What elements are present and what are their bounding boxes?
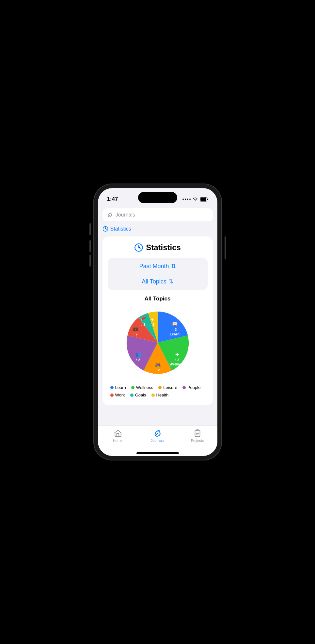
legend-label-learn: Learn [115,385,126,390]
clock-icon-header [134,243,143,252]
learn-text-label: Learn [170,332,180,336]
wellness-count-label: : 3 [175,358,179,362]
pie-chart-container: 📖 : 3 Learn ✚ : 3 Wellness 🎮 : 2 👥 : 2 [108,307,208,378]
nav-journals[interactable]: Journals [148,429,167,443]
legend-goals: Goals [130,393,146,397]
health-icon-label: ♥ [151,317,153,322]
goals-icon-label: 🚩 [140,317,146,322]
legend-wellness: Wellness [131,385,153,390]
legend-people: People [182,385,200,390]
goals-count-label: : 1 [141,322,145,326]
leisure-icon-label: 🎮 [155,362,161,368]
legend-label-goals: Goals [135,393,146,397]
projects-icon [193,429,202,438]
signal-dots [182,199,191,200]
wellness-text-label: Wellness [169,362,185,366]
journals-icon [153,429,162,438]
legend-dot-people [182,386,186,389]
legend-dot-health [151,394,155,397]
svg-rect-1 [207,199,208,200]
bottom-nav: Home Journals Projects [98,426,217,452]
legend-leisure: Leisure [158,385,177,390]
chevron-updown-time: ⇅ [171,263,176,270]
battery-icon [200,197,208,201]
phone-screen: 1:47 [98,188,217,456]
search-leaf-icon [107,212,113,218]
legend-label-wellness: Wellness [136,385,153,390]
legend-dot-wellness [131,386,134,389]
wellness-icon-label: ✚ [175,352,179,357]
time-filter-label: Past Month [139,263,169,270]
legend-dot-work [110,394,114,397]
clock-icon-nav [102,226,108,232]
nav-projects[interactable]: Projects [188,429,207,443]
stats-nav-label: Statistics [110,226,131,232]
legend-work: Work [110,393,125,397]
stats-nav-item[interactable]: Statistics [102,225,213,233]
legend-dot-learn [110,386,114,389]
chart-legend: Learn Wellness Leisure People [108,385,208,397]
topics-filter-label: All Topics [142,278,166,285]
learn-icon-label: 📖 [172,321,178,327]
main-content[interactable]: Journals Statistics Statistics [98,206,217,426]
status-icons [182,197,208,201]
nav-journals-label: Journals [151,439,165,443]
status-time: 1:47 [107,196,118,202]
home-indicator-bar [98,452,217,456]
topics-filter-button[interactable]: All Topics ⇅ [142,278,173,285]
people-icon-label: 👥 [135,352,141,358]
time-filter-button[interactable]: Past Month ⇅ [139,263,176,270]
nav-home-label: Home [113,439,122,443]
home-icon [114,429,122,438]
svg-rect-2 [200,198,206,201]
nav-home[interactable]: Home [108,429,128,443]
work-icon-label: 💼 [133,326,138,331]
home-indicator [136,452,179,454]
legend-label-leisure: Leisure [163,385,177,390]
leisure-count-label: : 2 [155,368,160,372]
search-bar[interactable]: Journals [102,208,213,221]
people-count-label: : 2 [136,358,140,362]
stats-title: Statistics [146,243,181,252]
legend-label-people: People [187,385,200,390]
health-count-label: : 1 [150,322,154,326]
wifi-icon [193,197,198,201]
nav-projects-label: Projects [191,439,204,443]
pie-chart: 📖 : 3 Learn ✚ : 3 Wellness 🎮 : 2 👥 : 2 [122,307,194,378]
search-placeholder: Journals [116,212,135,218]
legend-health: Health [151,393,169,397]
learn-count-label: : 3 [172,328,177,331]
filter-divider [113,274,202,274]
stats-header: Statistics [108,243,208,252]
legend-dot-goals [130,394,134,397]
legend-dot-leisure [158,386,162,389]
statistics-card: Statistics Past Month ⇅ All Topics ⇅ All… [102,236,213,405]
filter-box: Past Month ⇅ All Topics ⇅ [108,258,208,290]
phone-frame: 1:47 [94,184,221,460]
legend-learn: Learn [110,385,126,390]
work-count-label: : 2 [133,332,137,336]
legend-label-health: Health [156,393,169,397]
dynamic-island [138,192,177,203]
svg-rect-9 [196,430,198,431]
chart-title: All Topics [108,296,208,302]
chevron-updown-topics: ⇅ [168,278,173,285]
legend-label-work: Work [115,393,125,397]
